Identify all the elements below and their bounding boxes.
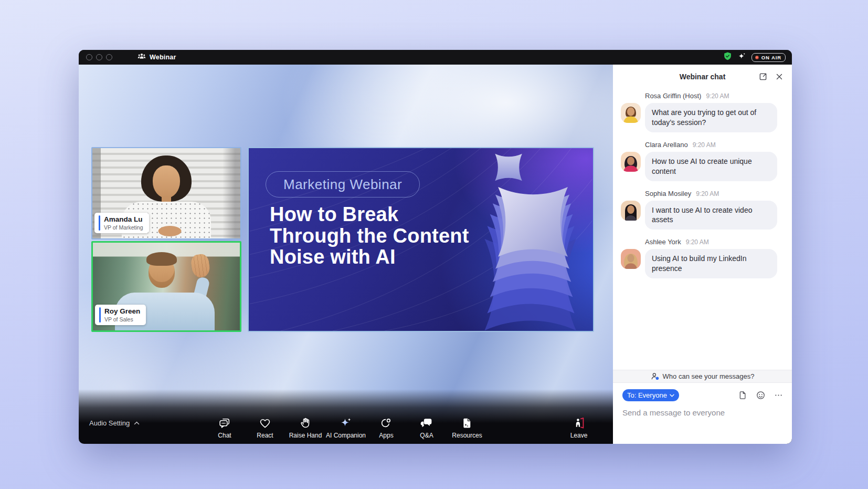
message-author: Clara Arellano [645, 141, 688, 149]
message-time: 9:20 AM [696, 190, 719, 197]
window-title: Webinar [150, 54, 176, 61]
apps-button[interactable]: Apps [366, 416, 407, 439]
window-title-group: Webinar [137, 53, 176, 62]
toolbar-buttons: Chat React [205, 416, 488, 439]
qa-icon [420, 416, 433, 430]
react-button[interactable]: React [245, 416, 285, 439]
chat-message: Rosa Griffin (Host) 9:20 AM Wh [621, 92, 782, 132]
chevron-up-icon [134, 421, 140, 425]
slide-badge: Marketing Webinar [266, 171, 420, 197]
speaker-title: VP of Sales [104, 316, 140, 322]
window-controls [84, 54, 112, 60]
message-author: Sophia Mosiley [645, 190, 691, 197]
message-bubble: How to use AI to create unique content [645, 152, 777, 181]
chat-panel: Webinar chat Rosa Griffin (Host) 9:20 A [613, 65, 792, 444]
avatar [621, 103, 641, 123]
raise-hand-button[interactable]: Raise Hand [285, 416, 326, 439]
close-icon[interactable] [775, 72, 784, 81]
chat-footer: Who can see your messages? To: Everyone [613, 370, 792, 444]
chat-message-input[interactable] [622, 408, 784, 417]
resources-button[interactable]: Resources [447, 416, 488, 439]
nameplate-accent-bar [99, 215, 100, 231]
nameplate-amanda: Amanda Lu VP of Marketing [94, 213, 149, 233]
window-minimize-button[interactable] [96, 54, 102, 60]
leave-button[interactable]: Leave [558, 416, 599, 439]
on-air-badge: ON AIR [751, 53, 786, 62]
compose-area: To: Everyone [613, 383, 792, 444]
stage: Amanda Lu VP of Marketing Roy Green VP o… [79, 65, 613, 444]
video-tile-amanda[interactable]: Amanda Lu VP of Marketing [91, 147, 241, 240]
heart-icon [259, 416, 272, 430]
chat-icon [218, 416, 231, 430]
shared-slide: Marketing Webinar How to Break Through t… [248, 147, 594, 332]
message-bubble: What are you trying to get out of today’… [645, 103, 777, 132]
shield-check-icon[interactable] [723, 51, 732, 63]
raise-hand-icon [299, 416, 312, 430]
apps-icon [380, 416, 393, 430]
privacy-person-icon [651, 372, 660, 381]
avatar [621, 201, 641, 221]
leave-icon [573, 416, 586, 430]
participants-icon [137, 53, 146, 62]
qa-button[interactable]: Q&A [407, 416, 447, 439]
message-author: Rosa Griffin (Host) [645, 92, 701, 100]
video-tile-roy[interactable]: Roy Green VP of Sales [91, 241, 241, 332]
chat-message-list[interactable]: Rosa Griffin (Host) 9:20 AM Wh [613, 89, 792, 370]
pop-out-icon[interactable] [758, 72, 768, 81]
chat-message: Sophia Mosiley 9:20 AM I want [621, 190, 782, 230]
window-zoom-button[interactable] [106, 54, 112, 60]
meeting-toolbar: Audio Setting [79, 389, 613, 444]
speaker-name: Roy Green [104, 307, 140, 316]
speaker-name: Amanda Lu [104, 215, 143, 224]
message-time: 9:20 AM [706, 92, 729, 100]
emoji-icon[interactable] [756, 390, 766, 400]
chat-header: Webinar chat [613, 65, 792, 89]
ai-companion-button[interactable]: AI Companion [326, 416, 366, 439]
on-air-dot-icon [755, 56, 759, 59]
message-time: 9:20 AM [686, 238, 709, 246]
slide-heading: How to Break Through the Content Noise w… [270, 204, 469, 268]
message-bubble: Using AI to build my LinkedIn presence [645, 249, 777, 278]
chat-button[interactable]: Chat [205, 416, 245, 439]
message-bubble: I want to use AI to create video assets [645, 201, 777, 230]
privacy-note[interactable]: Who can see your messages? [613, 370, 792, 383]
nameplate-accent-bar [99, 307, 101, 322]
audio-setting-button[interactable]: Audio Setting [89, 419, 140, 427]
to-everyone-selector[interactable]: To: Everyone [622, 389, 679, 401]
resources-icon [461, 416, 474, 430]
message-author: Ashlee York [645, 238, 681, 246]
speaker-title: VP of Marketing [104, 224, 143, 231]
chat-message: Ashlee York 9:20 AM Using AI t [621, 238, 782, 278]
titlebar: Webinar ON AIR [79, 50, 792, 65]
message-time: 9:20 AM [693, 141, 716, 149]
webinar-window: Webinar ON AIR [79, 50, 792, 444]
file-icon[interactable] [738, 390, 748, 400]
audio-setting-label: Audio Setting [89, 419, 130, 427]
chat-title: Webinar chat [680, 72, 726, 81]
avatar [621, 249, 641, 269]
ai-companion-icon [340, 416, 353, 430]
chat-message: Clara Arellano 9:20 AM How to [621, 141, 782, 181]
avatar [621, 152, 641, 172]
nameplate-roy: Roy Green VP of Sales [95, 305, 146, 325]
chevron-down-icon [670, 394, 674, 397]
sparkle-icon[interactable] [737, 52, 746, 63]
more-icon[interactable] [774, 390, 784, 400]
window-close-button[interactable] [86, 54, 92, 60]
